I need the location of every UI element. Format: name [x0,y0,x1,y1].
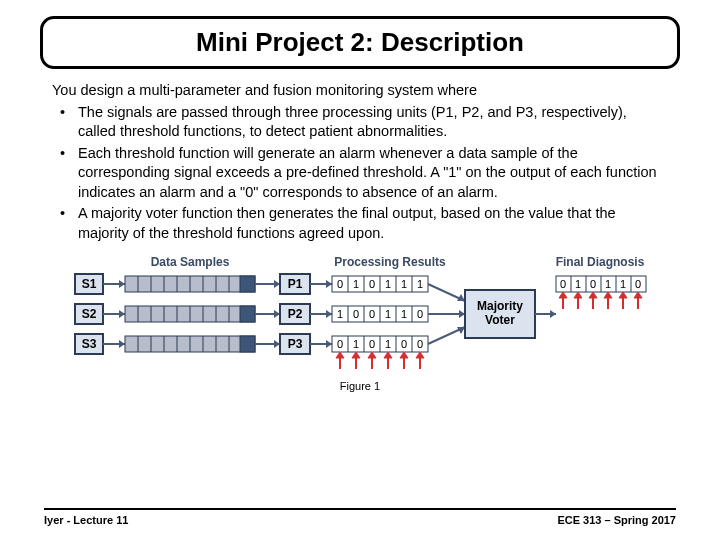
svg-marker-53 [326,310,332,318]
svg-text:1: 1 [385,338,391,350]
svg-text:P2: P2 [288,307,303,321]
row-s2: S2 P2 1 0 0 1 1 0 [75,304,465,324]
svg-text:0: 0 [635,278,641,290]
svg-text:Majority: Majority [477,299,523,313]
svg-text:1: 1 [385,278,391,290]
svg-marker-103 [336,352,344,358]
bullet-item: Each threshold function will generate an… [52,144,668,203]
svg-marker-111 [400,352,408,358]
header-final: Final Diagnosis [556,255,645,269]
final-diagnosis-row: 0 1 0 1 1 0 [556,276,646,292]
svg-text:0: 0 [369,338,375,350]
footer-left: Iyer - Lecture 11 [44,514,128,526]
svg-rect-73 [240,336,255,352]
svg-marker-105 [352,352,360,358]
svg-rect-5 [240,276,255,292]
svg-text:1: 1 [401,278,407,290]
bullet-list: The signals are passed through three pro… [52,103,668,244]
svg-marker-141 [634,292,642,298]
svg-marker-19 [326,280,332,288]
results-row-1: 0 1 0 1 1 1 [332,276,428,292]
svg-marker-37 [119,310,125,318]
sample-strip [125,276,255,292]
svg-marker-117 [550,310,556,318]
svg-text:1: 1 [401,308,407,320]
svg-text:0: 0 [353,308,359,320]
page-title: Mini Project 2: Description [59,27,661,58]
svg-marker-139 [619,292,627,298]
svg-text:1: 1 [353,338,359,350]
svg-text:S1: S1 [82,277,97,291]
svg-text:1: 1 [605,278,611,290]
svg-text:0: 0 [560,278,566,290]
svg-text:1: 1 [575,278,581,290]
svg-text:Voter: Voter [485,313,515,327]
block-diagram: Data Samples Processing Results Final Di… [70,254,650,374]
red-arrows-results [336,352,424,369]
svg-text:S2: S2 [82,307,97,321]
header-results: Processing Results [334,255,446,269]
sample-strip [125,336,255,352]
svg-marker-109 [384,352,392,358]
svg-text:1: 1 [385,308,391,320]
svg-marker-133 [574,292,582,298]
svg-marker-87 [326,340,332,348]
svg-text:0: 0 [369,308,375,320]
row-s3: S3 P3 0 1 0 1 0 0 [75,327,465,354]
figure: Data Samples Processing Results Final Di… [52,254,668,392]
bullet-item: The signals are passed through three pro… [52,103,668,142]
red-arrows-final [559,292,642,309]
svg-rect-39 [240,306,255,322]
svg-text:0: 0 [337,338,343,350]
header-samples: Data Samples [151,255,230,269]
footer: Iyer - Lecture 11 ECE 313 – Spring 2017 [0,508,720,526]
svg-text:0: 0 [337,278,343,290]
svg-marker-113 [416,352,424,358]
svg-marker-137 [604,292,612,298]
results-row-3: 0 1 0 1 0 0 [332,336,428,352]
svg-marker-3 [119,280,125,288]
svg-text:1: 1 [417,278,423,290]
intro-text: You design a multi-parameter and fusion … [52,81,668,101]
svg-text:P3: P3 [288,337,303,351]
bullet-item: A majority voter function then generates… [52,204,668,243]
figure-caption: Figure 1 [52,380,668,392]
sample-strip [125,306,255,322]
svg-marker-131 [559,292,567,298]
svg-marker-135 [589,292,597,298]
svg-marker-71 [119,340,125,348]
svg-text:0: 0 [417,308,423,320]
footer-rule [44,508,676,510]
title-box: Mini Project 2: Description [40,16,680,69]
svg-text:0: 0 [401,338,407,350]
svg-text:1: 1 [337,308,343,320]
svg-text:S3: S3 [82,337,97,351]
row-s1: S1 P1 0 1 0 1 1 1 [75,274,465,301]
svg-text:1: 1 [620,278,626,290]
svg-marker-107 [368,352,376,358]
footer-right: ECE 313 – Spring 2017 [557,514,676,526]
svg-text:0: 0 [417,338,423,350]
body-text: You design a multi-parameter and fusion … [52,81,668,244]
results-row-2: 1 0 0 1 1 0 [332,306,428,322]
svg-text:0: 0 [369,278,375,290]
svg-text:0: 0 [590,278,596,290]
svg-text:1: 1 [353,278,359,290]
svg-text:P1: P1 [288,277,303,291]
